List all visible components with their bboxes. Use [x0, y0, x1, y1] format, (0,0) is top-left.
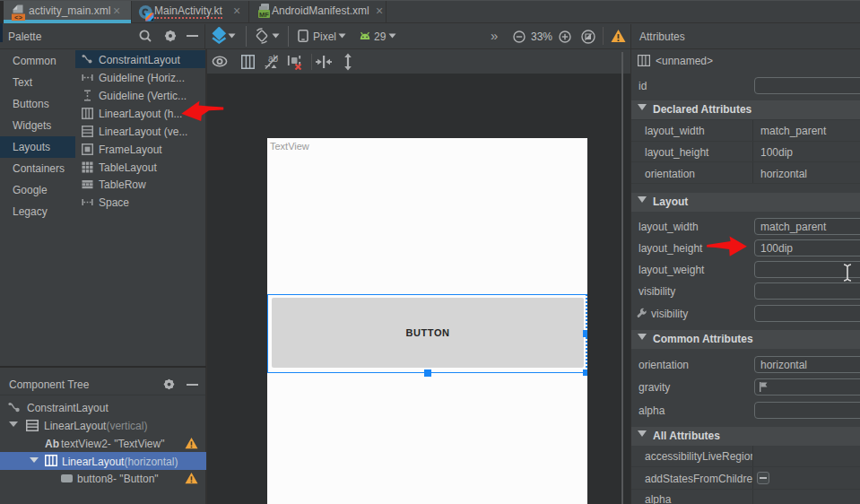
svg-text:MF: MF — [259, 11, 269, 19]
svg-text:<>: <> — [14, 14, 23, 21]
